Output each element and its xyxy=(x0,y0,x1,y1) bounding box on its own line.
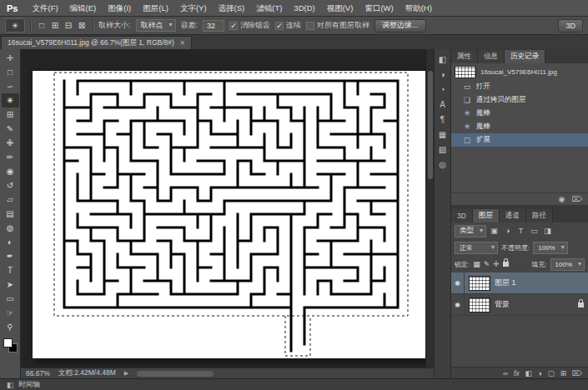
layer-row-layer1[interactable]: ◉ 图层 1 xyxy=(451,272,588,294)
new-snapshot-icon[interactable]: ◉ xyxy=(558,195,565,203)
vertical-scrollbar-thumb[interactable] xyxy=(428,71,433,179)
tab-layers[interactable]: 图层 xyxy=(473,209,500,222)
menu-item-help[interactable]: 帮助(H) xyxy=(400,0,438,16)
horizontal-scrollbar-thumb[interactable] xyxy=(137,371,214,377)
contiguous-checkbox[interactable]: ✓ 连续 xyxy=(275,20,301,31)
tab-history[interactable]: 历史记录 xyxy=(505,50,545,63)
move-tool[interactable]: ✛ xyxy=(2,51,19,65)
eyedropper-tool[interactable]: ✎ xyxy=(2,122,19,136)
hand-tool[interactable]: ☞ xyxy=(2,306,19,320)
crop-tool[interactable]: ⊞ xyxy=(2,108,19,122)
shape-filter-icon[interactable]: ▭ xyxy=(529,227,540,235)
menu-item-filter[interactable]: 滤镜(T) xyxy=(250,0,288,16)
swatches-icon[interactable]: ▦ xyxy=(435,128,450,140)
timeline-label[interactable]: 时间轴 xyxy=(19,380,41,390)
delete-state-icon[interactable]: ⌦ xyxy=(571,195,582,203)
path-select-tool[interactable]: ➤ xyxy=(2,278,19,292)
new-selection-icon[interactable]: □ xyxy=(36,20,48,32)
dodge-tool[interactable]: ◐ xyxy=(2,235,19,249)
sample-all-layers-checkbox[interactable]: 对所有图层取样 xyxy=(306,20,369,31)
tolerance-input[interactable]: 32 xyxy=(203,20,224,32)
fill-dropdown[interactable]: 100% xyxy=(550,258,585,271)
menu-item-image[interactable]: 图像(I) xyxy=(102,0,137,16)
menu-item-type[interactable]: 文字(Y) xyxy=(174,0,213,16)
eraser-tool[interactable]: ▱ xyxy=(2,192,19,207)
history-brush-tool[interactable]: ↺ xyxy=(2,178,19,192)
layer-filter-dropdown[interactable]: 类型 xyxy=(455,225,486,238)
refine-edge-button[interactable]: 调整边缘... xyxy=(374,19,426,32)
lock-position-icon[interactable]: ✛ xyxy=(493,260,500,268)
intersect-selection-icon[interactable]: ⊠ xyxy=(76,20,88,32)
menu-item-file[interactable]: 文件(F) xyxy=(26,0,63,16)
tab-channels[interactable]: 通道 xyxy=(500,209,526,222)
layer-group-icon[interactable]: ▢ xyxy=(548,369,555,378)
adjustments-icon[interactable]: ◑ xyxy=(435,68,450,80)
menu-item-select[interactable]: 选择(S) xyxy=(213,0,251,16)
color-swatches[interactable] xyxy=(3,338,18,352)
blend-mode-dropdown[interactable]: 正常 xyxy=(455,242,498,254)
type-filter-icon[interactable]: T xyxy=(515,227,526,235)
lock-transparent-icon[interactable]: ▦ xyxy=(473,260,480,268)
new-layer-icon[interactable]: ⊞ xyxy=(560,369,566,378)
zoom-tool[interactable]: ⚲ xyxy=(2,320,19,334)
type-tool[interactable]: T xyxy=(2,263,19,278)
layer-thumbnail[interactable] xyxy=(469,276,490,291)
layer-name[interactable]: 图层 1 xyxy=(495,278,516,288)
history-snapshot[interactable]: 16sucai_V579E6H011.jpg xyxy=(451,63,588,80)
menu-item-edit[interactable]: 编辑(E) xyxy=(64,0,103,16)
canvas-area[interactable] xyxy=(21,49,434,368)
paragraph-icon[interactable]: ¶ xyxy=(435,113,450,125)
history-state-magic-wand-2[interactable]: ✳ 魔棒 xyxy=(451,120,588,133)
document-canvas[interactable] xyxy=(33,71,430,358)
pen-tool[interactable]: ✒ xyxy=(2,249,19,263)
subtract-selection-icon[interactable]: ⊟ xyxy=(63,20,74,32)
marquee-tool[interactable]: □ xyxy=(2,65,19,79)
gradient-tool[interactable]: ▤ xyxy=(2,207,19,221)
magic-wand-tool[interactable]: ✳ xyxy=(2,93,19,108)
history-state-layer-via-copy[interactable]: ❏ 通过拷贝的图层 xyxy=(451,93,588,107)
brush-tool[interactable]: ✏ xyxy=(2,150,19,164)
lasso-tool[interactable]: ∽ xyxy=(2,79,19,93)
adjustment-layer-icon[interactable]: ◑ xyxy=(538,369,542,378)
info-icon[interactable]: ◔ xyxy=(435,83,450,95)
active-tool-icon[interactable]: ✳ xyxy=(5,18,25,32)
layer-visibility-icon[interactable]: ◉ xyxy=(451,272,465,293)
delete-layer-icon[interactable]: ⌦ xyxy=(572,369,582,378)
properties-icon[interactable]: ◧ xyxy=(435,53,450,65)
workspace-3d-button[interactable]: 3D xyxy=(558,19,583,32)
adjustment-filter-icon[interactable]: ◑ xyxy=(502,227,513,235)
layer-mask-icon[interactable]: ◧ xyxy=(525,369,532,378)
vertical-scrollbar[interactable] xyxy=(425,49,434,368)
menu-item-view[interactable]: 视图(V) xyxy=(321,0,359,16)
pixel-filter-icon[interactable]: ▣ xyxy=(489,227,500,235)
clone-stamp-tool[interactable]: ◉ xyxy=(2,164,19,178)
navigator-icon[interactable]: ◎ xyxy=(435,158,450,170)
link-layers-icon[interactable]: ∞ xyxy=(503,369,508,378)
tab-paths[interactable]: 路径 xyxy=(526,209,553,222)
add-selection-icon[interactable]: ⊞ xyxy=(49,20,61,32)
shape-tool[interactable]: ▭ xyxy=(2,292,19,306)
zoom-level-field[interactable]: 66.67% xyxy=(26,369,50,378)
history-state-expand[interactable]: ▢ 扩展 xyxy=(451,133,588,147)
healing-brush-tool[interactable]: ✙ xyxy=(2,136,19,150)
document-tab[interactable]: 16sucai_V579E6H011.jpg @ 66.7%(图层 1, RGB… xyxy=(1,36,192,49)
status-options-arrow-icon[interactable]: ▶ xyxy=(124,370,128,377)
smart-filter-icon[interactable]: ◨ xyxy=(542,227,553,235)
history-state-magic-wand-1[interactable]: ✳ 魔棒 xyxy=(451,107,588,120)
close-tab-icon[interactable]: × xyxy=(180,38,185,48)
layer-thumbnail[interactable] xyxy=(469,298,490,312)
menu-item-window[interactable]: 窗口(W) xyxy=(359,0,399,16)
foreground-color-swatch[interactable] xyxy=(3,338,13,348)
tab-info[interactable]: 信息 xyxy=(478,50,505,63)
character-icon[interactable]: A xyxy=(435,98,450,110)
tab-3d[interactable]: 3D xyxy=(451,209,473,222)
blur-tool[interactable]: ◍ xyxy=(2,221,19,235)
tab-properties[interactable]: 属性 xyxy=(451,50,478,63)
layer-visibility-icon[interactable]: ◉ xyxy=(451,294,465,315)
menu-item-layer[interactable]: 图层(L) xyxy=(137,0,174,16)
menu-item-3d[interactable]: 3D(D) xyxy=(288,0,320,16)
anti-alias-checkbox[interactable]: ✓ 消除锯齿 xyxy=(229,20,270,31)
sample-size-dropdown[interactable]: 取样点 xyxy=(136,19,176,32)
opacity-dropdown[interactable]: 100% xyxy=(533,242,567,254)
color-icon[interactable]: ▧ xyxy=(435,143,450,155)
